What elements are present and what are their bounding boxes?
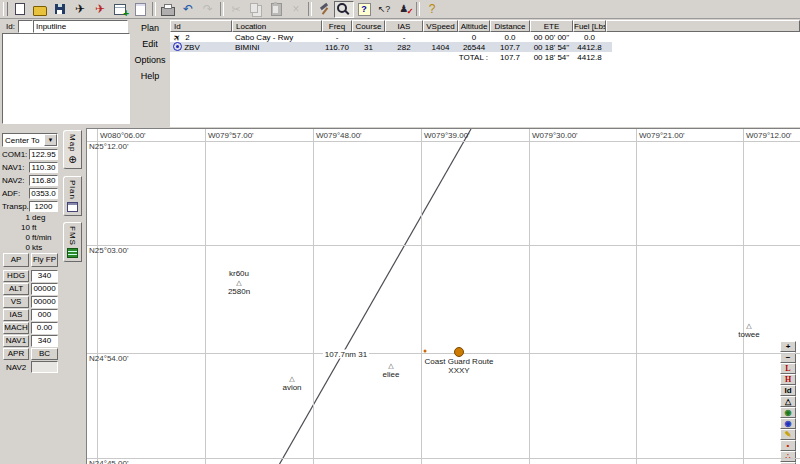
column-header-vspeed[interactable]: VSpeed xyxy=(423,20,458,32)
column-header-course[interactable]: Course xyxy=(352,20,385,32)
map-viewport[interactable]: +−LHId△◉◉✎•∴N W080°06.00'W079°57.00'W079… xyxy=(86,128,800,464)
waypoint-dot-icon xyxy=(454,347,464,357)
id-list-box[interactable] xyxy=(2,33,130,124)
column-header-distance[interactable]: Distance xyxy=(490,20,530,32)
waypoint-triangle-icon: △ xyxy=(388,361,393,370)
center-to-combobox[interactable]: Center To ▼ xyxy=(2,133,58,147)
ap-mach-button[interactable]: MACH xyxy=(3,322,29,334)
column-header-fuellbs[interactable]: Fuel [Lbs] xyxy=(573,20,606,32)
cell-course: - xyxy=(352,33,385,42)
tab-plan[interactable]: Plan xyxy=(63,176,82,216)
increment-unit: ft xyxy=(32,223,36,232)
delete-icon: × xyxy=(292,3,299,15)
menu-item-options[interactable]: Options xyxy=(130,52,170,68)
id-checkbox[interactable] xyxy=(18,20,33,33)
cut-button[interactable]: ✂ xyxy=(226,1,246,18)
column-header-ias[interactable]: IAS xyxy=(385,20,423,32)
insert-waypoint-table-icon xyxy=(114,4,126,15)
save-flightplan-button[interactable] xyxy=(50,1,70,18)
tab-fms[interactable]: FMS xyxy=(63,222,82,262)
zoom-in-button[interactable]: + xyxy=(780,341,796,352)
autopilot-sidebar: Center To ▼ COM1:122.95NAV1:110.30NAV2:1… xyxy=(0,128,61,464)
aircraft-black-button[interactable]: ✈ xyxy=(70,1,90,18)
list-view-button[interactable] xyxy=(130,1,150,18)
ap-ias-button[interactable]: IAS xyxy=(3,309,29,321)
ap-hdg-button[interactable]: HDG xyxy=(3,270,29,282)
increment-row: 0ft/min xyxy=(0,233,56,242)
open-flightplan-icon xyxy=(33,6,47,16)
ap-button[interactable]: AP xyxy=(3,253,29,267)
id-label: Id: xyxy=(6,22,15,31)
toggle-vors-button[interactable]: ◉ xyxy=(780,418,796,429)
ap-hdg-display: 340 xyxy=(31,270,58,282)
radio-value-field[interactable]: 116.80 xyxy=(29,175,58,186)
radio-value-field[interactable]: 0353.0 xyxy=(29,188,58,199)
radio-field-transp: Transp.:1200 xyxy=(2,200,58,212)
tab-map[interactable]: Map⊕ xyxy=(63,130,82,169)
menu-item-plan[interactable]: Plan xyxy=(130,20,170,36)
dialog-help-button[interactable]: ? xyxy=(354,1,374,18)
ap-vs-button[interactable]: VS xyxy=(3,296,29,308)
open-flightplan-button[interactable] xyxy=(30,1,50,18)
fly-fp-button[interactable]: Fly FP xyxy=(31,253,58,267)
new-flightplan-button[interactable] xyxy=(10,1,30,18)
ap-alt-button[interactable]: ALT xyxy=(3,283,29,295)
radio-label: NAV2: xyxy=(2,176,29,185)
lat-gridline xyxy=(87,245,800,246)
redo-icon: ↷ xyxy=(203,3,213,15)
toggle-ndbs-button[interactable]: • xyxy=(780,440,796,451)
column-header-altitude[interactable]: Altitude xyxy=(458,20,490,32)
context-help-button[interactable]: ↖? xyxy=(374,1,394,18)
undo-button[interactable]: ↶ xyxy=(178,1,198,18)
toggle-ids-button[interactable]: Id xyxy=(780,385,796,396)
waypoint-triangle-icon: △ xyxy=(746,321,751,330)
ap-mach-display: 0.00 xyxy=(31,322,58,334)
column-header-location[interactable]: Location xyxy=(232,20,322,32)
apr-button[interactable]: APR xyxy=(3,348,29,360)
radio-value-field[interactable]: 122.95 xyxy=(29,149,58,160)
cell-altitude: 0 xyxy=(458,33,490,42)
low-airways-button[interactable]: L xyxy=(780,363,796,374)
chevron-down-icon[interactable]: ▼ xyxy=(44,134,57,146)
lat-label: N24°54.00' xyxy=(89,354,128,363)
toggle-airports-button[interactable]: ◉ xyxy=(780,407,796,418)
route-line-layer xyxy=(87,129,800,464)
radio-value-field[interactable]: 110.30 xyxy=(29,162,58,173)
print-button[interactable] xyxy=(158,1,178,18)
ap-nav1-button[interactable]: NAV1 xyxy=(3,335,29,347)
aircraft-red-button[interactable]: ✈ xyxy=(90,1,110,18)
user-check-button[interactable]: ♟ xyxy=(394,1,414,18)
cut-icon: ✂ xyxy=(231,4,240,15)
about-help-icon: ? xyxy=(429,3,436,15)
zoom-mode-button[interactable] xyxy=(334,1,354,18)
column-header-freq[interactable]: Freq xyxy=(322,20,352,32)
tab-label: Plan xyxy=(68,180,77,200)
bc-button[interactable]: BC xyxy=(31,348,58,360)
flight-plan-row[interactable]: ZBVBIMINI116.7031282140426544107.700 18'… xyxy=(170,42,612,52)
flight-plan-row[interactable]: ✈ 2Cabo Cay - Rwy---00.000 00' 00''0.0 xyxy=(170,32,800,42)
redo-button[interactable]: ↷ xyxy=(198,1,218,18)
paste-button[interactable] xyxy=(266,1,286,18)
lat-label: N25°03.00' xyxy=(89,246,128,255)
waypoint-name: Coast Guard Route xyxy=(425,357,494,366)
high-airways-button[interactable]: H xyxy=(780,374,796,385)
inputline-field[interactable]: Inputline xyxy=(33,20,128,33)
list-view-icon xyxy=(135,3,146,16)
radio-label: NAV1: xyxy=(2,163,29,172)
lon-gridline xyxy=(97,129,98,464)
waypoint-smalldot-icon xyxy=(424,350,427,353)
radio-value-field[interactable]: 1200 xyxy=(29,201,58,212)
toolbar-gripper[interactable] xyxy=(3,2,8,16)
insert-waypoint-table-button[interactable] xyxy=(110,1,130,18)
about-help-button[interactable]: ? xyxy=(422,1,442,18)
tools-hammer-button[interactable] xyxy=(314,1,334,18)
copy-button[interactable] xyxy=(246,1,266,18)
toggle-intersections-button[interactable]: △ xyxy=(780,396,796,407)
delete-button[interactable]: × xyxy=(286,1,306,18)
menu-item-help[interactable]: Help xyxy=(130,68,170,84)
menu-item-edit[interactable]: Edit xyxy=(130,36,170,52)
column-header-filler xyxy=(606,20,800,32)
toggle-markers-button[interactable]: ∴ xyxy=(780,451,796,462)
toggle-draw-button[interactable]: ✎ xyxy=(780,429,796,440)
column-header-ete[interactable]: ETE xyxy=(530,20,573,32)
